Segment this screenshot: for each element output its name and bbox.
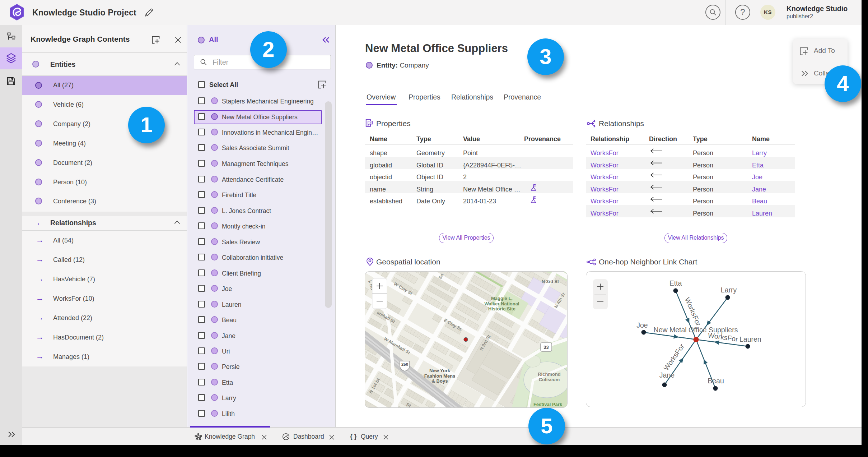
svg-text:33: 33 bbox=[543, 345, 549, 350]
svg-text:Fashion Mens: Fashion Mens bbox=[424, 373, 456, 379]
svg-text:Jane: Jane bbox=[659, 371, 675, 379]
svg-text:Coliseum: Coliseum bbox=[539, 377, 560, 382]
svg-text:Etta: Etta bbox=[669, 279, 682, 287]
svg-text:New Metal Office Suppliers: New Metal Office Suppliers bbox=[654, 326, 738, 334]
svg-text:Larry: Larry bbox=[721, 286, 737, 294]
svg-text:Beau: Beau bbox=[708, 377, 724, 385]
svg-text:Richmond: Richmond bbox=[538, 371, 561, 377]
svg-text:Maggie L.: Maggie L. bbox=[491, 296, 513, 301]
svg-text:Lauren: Lauren bbox=[739, 335, 761, 343]
svg-text:Historic Site: Historic Site bbox=[488, 306, 515, 311]
svg-text:Walker National: Walker National bbox=[484, 301, 519, 306]
svg-text:Joe: Joe bbox=[636, 321, 648, 329]
svg-text:New York: New York bbox=[429, 368, 451, 373]
svg-text:Festival Park: Festival Park bbox=[533, 402, 563, 407]
svg-text:N 3rd St: N 3rd St bbox=[542, 279, 559, 284]
svg-text:250: 250 bbox=[401, 362, 408, 366]
svg-text:& Boys: & Boys bbox=[432, 378, 448, 384]
